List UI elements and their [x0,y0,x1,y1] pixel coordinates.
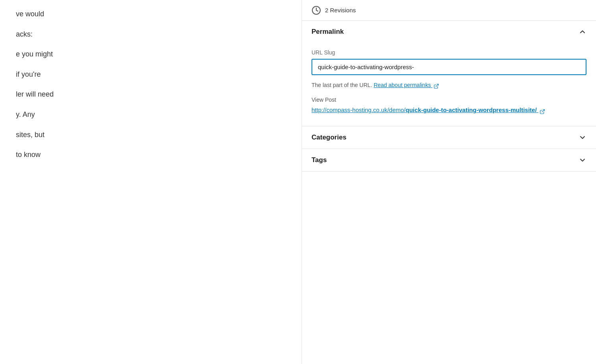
categories-header[interactable]: Categories [302,126,596,149]
view-post-url-plain: http://compass-hosting.co.uk/demo/ [312,106,406,113]
right-panel: 2 Revisions Permalink URL Slug The last … [302,0,596,364]
svg-line-1 [436,84,438,87]
chevron-down-icon-categories [579,134,586,141]
chevron-up-icon [579,28,586,36]
view-post-label: View Post [312,97,586,103]
text-line-6: y. Any [16,108,286,121]
url-slug-input[interactable] [312,59,586,75]
external-link-icon [433,83,439,88]
text-line-1: ve would [16,8,286,20]
clock-icon [312,6,321,15]
text-line-5: ler will need [16,88,286,101]
read-about-permalinks-link[interactable]: Read about permalinks [373,82,439,88]
view-post-external-link-icon [540,108,545,113]
categories-title: Categories [312,134,346,141]
text-line-4: if you're [16,68,286,81]
chevron-down-icon-tags [579,156,586,164]
permalink-body: URL Slug The last part of the URL. Read … [302,43,596,126]
text-line-8: to know [16,149,286,161]
permalink-title: Permalink [312,28,344,36]
permalink-help-text: The last part of the URL. Read about per… [312,81,586,89]
svg-line-2 [542,110,544,112]
view-post-link[interactable]: http://compass-hosting.co.uk/demo/quick-… [312,106,545,113]
revisions-bar[interactable]: 2 Revisions [302,0,596,21]
permalink-header[interactable]: Permalink [302,21,596,43]
tags-title: Tags [312,156,327,164]
categories-section: Categories [302,126,596,149]
text-line-3: e you might [16,48,286,60]
view-post-url-bold: quick-guide-to-activating-wordpress-mult… [406,106,537,113]
revisions-label: 2 Revisions [325,7,356,14]
tags-header[interactable]: Tags [302,149,596,171]
text-line-7: sites, but [16,129,286,141]
url-slug-label: URL Slug [312,49,586,56]
tags-section: Tags [302,149,596,172]
text-line-2: acks: [16,28,286,41]
permalink-section: Permalink URL Slug The last part of the … [302,21,596,126]
left-panel: ve would acks: e you might if you're ler… [0,0,302,364]
content-text: ve would acks: e you might if you're ler… [16,8,286,161]
